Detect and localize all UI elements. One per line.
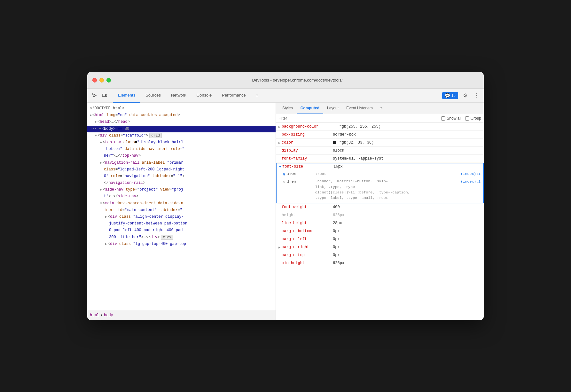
title-bar: DevTools - developer.chrome.com/docs/dev… — [87, 72, 484, 89]
dom-main[interactable]: ▼<main data-search-inert data-side-n — [87, 200, 276, 207]
tab-computed[interactable]: Computed — [297, 103, 323, 114]
font-size-rule-2: ○ 1rem .banner, .material-button, .skip-… — [283, 178, 481, 201]
dom-nav-rail3: 0" role="navigation" tabindex="-1": — [87, 173, 276, 180]
prop-margin-right[interactable]: ▶ margin-right 0px — [276, 243, 484, 251]
dom-html[interactable]: ▶<html lang="en" data-cookies-accepted> — [87, 112, 276, 119]
dom-div-align4: 300 title-bar">…</div>flex — [87, 234, 276, 241]
computed-properties-list: ▶ background-color rgb(255, 255, 255) ▶ … — [276, 123, 484, 320]
tab-performance[interactable]: Performance — [217, 89, 251, 103]
settings-icon[interactable]: ⚙ — [461, 91, 470, 100]
prop-line-height[interactable]: ▶ line-height 28px — [276, 219, 484, 227]
font-size-rule-1: ◉ 100% :root (index):1 — [283, 170, 481, 178]
filter-checkboxes: Show all Group — [441, 116, 481, 121]
close-button[interactable] — [92, 78, 97, 82]
filter-input[interactable] — [278, 116, 439, 121]
tab-styles[interactable]: Styles — [278, 103, 297, 114]
devtools-panel: Elements Sources Network Console Perform… — [87, 89, 484, 320]
prop-font-size-header: ▼ font-size 16px — [277, 163, 483, 170]
styles-tabs: Styles Computed Layout Event Listeners » — [276, 103, 484, 114]
breadcrumb-body[interactable]: body — [104, 313, 113, 318]
main-tabs: Elements Sources Network Console Perform… — [113, 89, 263, 102]
prop-display[interactable]: ▶ display block — [276, 147, 484, 155]
svg-rect-0 — [102, 94, 106, 97]
dom-doctype: <!DOCTYPE html> — [87, 105, 276, 112]
dom-top-nav[interactable]: ▶<top-nav class="display-block hairl — [87, 139, 276, 146]
dom-main2: inert id="main-content" tabindex="- — [87, 207, 276, 214]
prop-color[interactable]: ▶ color rgb(32, 33, 36) — [276, 139, 484, 147]
dom-side-nav2: t">…</side-nav> — [87, 193, 276, 200]
tab-layout[interactable]: Layout — [323, 103, 342, 114]
circle-icon: ◉ — [283, 171, 285, 177]
main-toolbar: Elements Sources Network Console Perform… — [87, 89, 484, 103]
breadcrumb-html[interactable]: html — [90, 313, 99, 318]
prop-margin-bottom[interactable]: ▶ margin-bottom 0px — [276, 227, 484, 235]
filter-bar: Show all Group — [276, 114, 484, 123]
dom-div-align2: justify-content-between pad-botton — [87, 220, 276, 227]
prop-height[interactable]: ▶ height 626px — [276, 211, 484, 219]
dom-top-nav3: ner">…</top-nav> — [87, 153, 276, 159]
toolbar-icons — [90, 91, 109, 100]
dom-tree[interactable]: <!DOCTYPE html> ▶<html lang="en" data-co… — [87, 103, 276, 310]
tab-sources[interactable]: Sources — [140, 89, 166, 103]
traffic-lights — [92, 78, 111, 82]
prop-font-size-body: ◉ 100% :root (index):1 ○ 1rem .b — [277, 170, 483, 203]
circle-empty-icon: ○ — [283, 179, 285, 185]
dom-div-gap[interactable]: ▶<div class="lg:gap-top-400 gap-top — [87, 241, 276, 247]
dom-nav-rail[interactable]: ▶<navigation-rail aria-label="primar — [87, 160, 276, 166]
dom-nav-rail2: class="lg:pad-left-200 lg:pad-right — [87, 166, 276, 173]
maximize-button[interactable] — [106, 78, 111, 82]
tab-event-listeners[interactable]: Event Listeners — [342, 103, 377, 114]
tab-network[interactable]: Network — [166, 89, 192, 103]
inspect-icon[interactable] — [90, 91, 99, 100]
tab-more[interactable]: » — [251, 89, 263, 103]
dom-head[interactable]: ▶<head>…</head> — [87, 119, 276, 125]
dom-panel: <!DOCTYPE html> ▶<html lang="en" data-co… — [87, 103, 276, 320]
prop-margin-top[interactable]: ▶ margin-top 0px — [276, 251, 484, 259]
more-options-icon[interactable]: ⋮ — [472, 91, 481, 100]
styles-panel: Styles Computed Layout Event Listeners » — [276, 103, 484, 320]
prop-background-color[interactable]: ▶ background-color rgb(255, 255, 255) — [276, 123, 484, 131]
tab-console[interactable]: Console — [192, 89, 217, 103]
dom-nav-rail4: </navigation-rail> — [87, 180, 276, 186]
prop-margin-left[interactable]: ▶ margin-left 0px — [276, 235, 484, 243]
prop-box-sizing[interactable]: ▶ box-sizing border-box — [276, 131, 484, 139]
svg-rect-1 — [106, 95, 107, 97]
minimize-button[interactable] — [99, 78, 104, 82]
breadcrumb-bar: html › body — [87, 310, 276, 320]
prop-font-family[interactable]: ▶ font-family system-ui, -apple-syst — [276, 155, 484, 163]
toolbar-right: 💬 15 ⚙ ⋮ — [442, 91, 481, 100]
device-toggle-icon[interactable] — [100, 91, 109, 100]
dom-body[interactable]: ··· ▼<body> == $0 — [87, 126, 276, 132]
main-content-area: <!DOCTYPE html> ▶<html lang="en" data-co… — [87, 103, 484, 320]
tab-elements[interactable]: Elements — [113, 89, 140, 103]
dom-div-align[interactable]: ▶<div class="align-center display- — [87, 214, 276, 220]
show-all-checkbox[interactable]: Show all — [441, 116, 461, 121]
window-title: DevTools - developer.chrome.com/docs/dev… — [116, 78, 479, 82]
devtools-window: DevTools - developer.chrome.com/docs/dev… — [87, 72, 484, 320]
dom-side-nav[interactable]: ▶<side-nav type="project" view="proj — [87, 186, 276, 193]
dom-top-nav2: -bottom" data-side-nav-inert role=" — [87, 146, 276, 153]
tab-styles-more[interactable]: » — [377, 103, 387, 114]
group-checkbox[interactable]: Group — [465, 116, 481, 121]
prop-min-height[interactable]: ▶ min-height 626px — [276, 259, 484, 267]
dom-div-align3: 0 pad-left-400 pad-right-400 pad- — [87, 227, 276, 234]
issues-badge[interactable]: 💬 15 — [442, 92, 458, 99]
dom-div-scaffold[interactable]: ▼<div class="scaffold">grid — [87, 132, 276, 139]
prop-font-weight[interactable]: ▶ font-weight 400 — [276, 203, 484, 211]
prop-font-size-expanded[interactable]: ▼ font-size 16px ◉ 100% :root (index):1 — [276, 163, 484, 203]
